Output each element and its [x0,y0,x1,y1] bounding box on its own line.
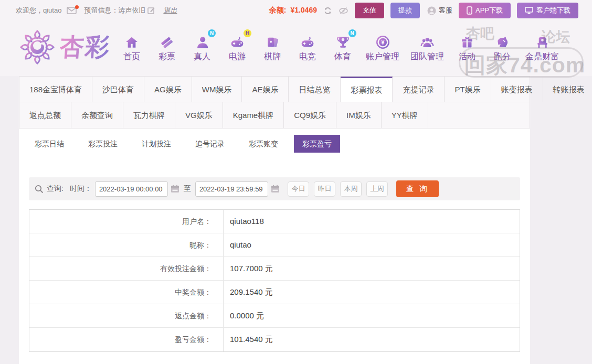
customer-service-link[interactable]: 客服 [427,6,452,15]
svg-text:¥: ¥ [381,39,384,46]
nav-item-racing[interactable]: 跑分 [490,33,514,62]
date-to-input[interactable] [195,181,268,197]
refresh-icon[interactable] [323,6,332,15]
tab-cq9[interactable]: CQ9娱乐 [284,102,336,128]
time-label: 时间： [70,184,92,194]
tab-balance-query[interactable]: 余额查询 [71,102,123,128]
nav-item-wealth[interactable]: 金鼎财富 [525,33,559,62]
reserved-info-text: 预留信息：涛声依旧 [84,6,145,15]
gift-icon [460,33,474,49]
sports-trophy-icon: N [336,33,350,49]
query-bar: 查询: 时间： 至 今日 昨日 本周 上周 查 询 [29,177,520,200]
nav-label: 棋牌 [264,51,281,62]
tab-ae[interactable]: AE娱乐 [242,77,289,102]
nav-label: 电竞 [299,51,316,62]
tab-vg[interactable]: VG娱乐 [175,102,223,128]
nav-label: 彩票 [158,51,175,62]
tab-deposit-withdraw-log[interactable]: 充提记录 [393,77,445,102]
recharge-button[interactable]: 充值 [355,3,384,18]
table-row: 用户名： qiutao118 [29,210,520,233]
tab-account-change-report[interactable]: 账变报表 [491,77,543,102]
lottery-subtabs: 彩票日结 彩票投注 计划投注 追号记录 彩票账变 彩票盈亏 [26,135,530,153]
tab-188sport[interactable]: 188金宝博体育 [19,77,92,102]
nav-label: 金鼎财富 [525,51,559,62]
top-utility-bar: 欢迎您，qiutao 预留信息：涛声依旧 退出 余额: ¥1.0469 充值 提… [0,0,592,21]
nav-item-boardgames[interactable]: 棋牌 [260,33,284,62]
app-download-button[interactable]: APP下载 [459,3,511,18]
row-label: 昵称： [29,233,224,256]
slot-game-icon: H [229,33,245,49]
tab-shaba-sport[interactable]: 沙巴体育 [92,77,144,102]
page-header: 欢迎您，qiutao 预留信息：涛声依旧 退出 余额: ¥1.0469 充值 提… [0,0,592,76]
tab-wali[interactable]: 瓦力棋牌 [123,102,175,128]
badge-hot: H [244,29,251,37]
tab-kgame[interactable]: Kgame棋牌 [223,102,284,128]
mail-icon[interactable] [67,7,77,14]
calendar-icon[interactable] [271,185,280,193]
subtab-lottery-account-change[interactable]: 彩票账变 [240,135,287,153]
nav-label: 真人 [194,51,210,62]
table-row: 返点金额： 0.0000 元 [29,304,520,328]
subtab-chase-log[interactable]: 追号记录 [187,135,233,153]
hide-balance-eye-icon[interactable] [339,7,348,15]
service-avatar-icon [427,6,436,15]
tab-yy[interactable]: YY棋牌 [382,102,428,128]
this-week-button[interactable]: 本周 [340,181,362,197]
tabbar-filler [428,102,530,128]
withdraw-button[interactable]: 提款 [390,3,420,18]
row-label: 用户名： [29,210,224,233]
logo-text: 杏彩 [59,31,111,63]
today-button[interactable]: 今日 [288,181,309,197]
home-icon [124,33,139,49]
tab-ag[interactable]: AG娱乐 [144,77,192,102]
cards-icon [266,33,279,49]
nav-item-egame[interactable]: H 电游 [225,33,249,62]
wealth-throne-icon [535,33,549,49]
row-label: 返点金额： [29,304,224,327]
row-label: 中奖金额： [29,281,224,304]
welcome-text: 欢迎您，qiutao [16,6,61,15]
nav-item-promotions[interactable]: 活动 [455,33,479,62]
search-icon [35,185,44,194]
nav-item-live[interactable]: N 真人 [190,33,214,62]
date-from-input[interactable] [95,181,168,197]
nav-label: 账户管理 [366,51,399,62]
nav-item-lottery[interactable]: 彩票 [155,33,179,62]
subtab-lottery-profit-loss[interactable]: 彩票盈亏 [294,135,340,153]
nav-item-sports[interactable]: N 体育 [331,33,355,62]
row-label: 盈亏金额： [29,328,224,351]
tab-lottery-report[interactable]: 彩票报表 [341,77,393,102]
lottery-ticket-icon [160,33,174,49]
live-person-icon: N [195,33,209,49]
calendar-icon[interactable] [171,185,179,193]
nav-label: 电游 [229,51,246,62]
client-download-button[interactable]: 客户端下载 [517,3,578,18]
client-download-label: 客户端下载 [536,6,570,15]
nav-item-account[interactable]: ¥ 账户管理 [366,33,399,62]
tab-transfer-report[interactable]: 转账报表 [543,77,592,102]
nav-item-home[interactable]: 首页 [120,33,144,62]
subtab-lottery-daily[interactable]: 彩票日结 [26,135,72,153]
nav-label: 团队管理 [410,51,444,62]
tab-wm[interactable]: WM娱乐 [192,77,242,102]
search-submit-button[interactable]: 查 询 [396,180,439,197]
tab-rebate-total[interactable]: 返点总额 [19,102,71,128]
tab-daily-summary[interactable]: 日结总览 [289,77,341,102]
site-logo[interactable]: 杏彩 [18,28,110,67]
nav-item-esports[interactable]: 电竞 [295,33,320,62]
balance-value: ¥1.0469 [290,6,317,14]
table-row: 中奖金额： 209.1540 元 [29,281,520,304]
customer-service-label: 客服 [439,6,452,15]
row-value: 0.0000 元 [224,304,264,327]
subtab-lottery-bets[interactable]: 彩票投注 [80,135,126,153]
esports-gamepad-icon [300,33,315,49]
team-people-icon [419,33,435,49]
tab-pt[interactable]: PT娱乐 [445,77,491,102]
tab-im[interactable]: IM娱乐 [336,102,382,128]
subtab-plan-bets[interactable]: 计划投注 [133,135,179,153]
last-week-button[interactable]: 上周 [366,181,388,197]
edit-icon[interactable] [147,7,155,14]
nav-item-team[interactable]: 团队管理 [410,33,444,62]
logout-link[interactable]: 退出 [163,6,177,15]
yesterday-button[interactable]: 昨日 [314,181,335,197]
